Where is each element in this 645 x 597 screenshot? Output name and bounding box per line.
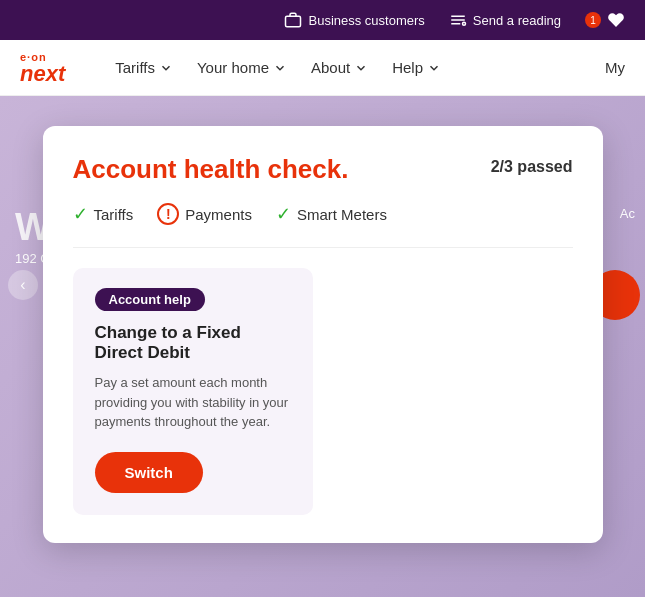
check-tariffs-label: Tariffs bbox=[94, 206, 134, 223]
send-reading-link[interactable]: Send a reading bbox=[449, 11, 561, 29]
check-pass-icon-2: ✓ bbox=[276, 203, 291, 225]
nav-help[interactable]: Help bbox=[382, 53, 451, 82]
modal-passed-label: 2/3 passed bbox=[491, 154, 573, 176]
modal-checks: ✓ Tariffs ! Payments ✓ Smart Meters bbox=[73, 203, 573, 225]
top-bar: Business customers Send a reading 1 bbox=[0, 0, 645, 40]
nav-about[interactable]: About bbox=[301, 53, 378, 82]
check-warn-icon: ! bbox=[157, 203, 179, 225]
modal-overlay: Account health check. 2/3 passed ✓ Tarif… bbox=[0, 96, 645, 597]
notifications-button[interactable]: 1 bbox=[585, 11, 625, 29]
notification-badge: 1 bbox=[585, 12, 601, 28]
check-payments-label: Payments bbox=[185, 206, 252, 223]
account-help-card: Account help Change to a Fixed Direct De… bbox=[73, 268, 313, 515]
nav-my[interactable]: My bbox=[605, 59, 625, 76]
modal-title: Account health check. bbox=[73, 154, 349, 185]
svg-point-1 bbox=[462, 22, 465, 25]
nav-bar: e·on next Tariffs Your home About Help M… bbox=[0, 40, 645, 96]
business-customers-label: Business customers bbox=[308, 13, 424, 28]
svg-rect-0 bbox=[286, 16, 301, 27]
modal-divider bbox=[73, 247, 573, 248]
check-pass-icon: ✓ bbox=[73, 203, 88, 225]
business-customers-link[interactable]: Business customers bbox=[284, 11, 424, 29]
send-reading-label: Send a reading bbox=[473, 13, 561, 28]
nav-your-home[interactable]: Your home bbox=[187, 53, 297, 82]
nav-tariffs[interactable]: Tariffs bbox=[105, 53, 183, 82]
check-payments: ! Payments bbox=[157, 203, 252, 225]
card-title: Change to a Fixed Direct Debit bbox=[95, 323, 291, 363]
eon-next-logo[interactable]: e·on next bbox=[20, 51, 65, 85]
heart-icon bbox=[607, 11, 625, 29]
check-smart-meters: ✓ Smart Meters bbox=[276, 203, 387, 225]
chevron-down-icon bbox=[354, 61, 368, 75]
modal-header: Account health check. 2/3 passed bbox=[73, 154, 573, 185]
check-tariffs: ✓ Tariffs bbox=[73, 203, 134, 225]
next-text: next bbox=[20, 63, 65, 85]
card-description: Pay a set amount each month providing yo… bbox=[95, 373, 291, 432]
chevron-down-icon bbox=[273, 61, 287, 75]
briefcase-icon bbox=[284, 11, 302, 29]
chevron-down-icon bbox=[427, 61, 441, 75]
nav-items: Tariffs Your home About Help bbox=[105, 53, 605, 82]
meter-icon bbox=[449, 11, 467, 29]
health-check-modal: Account health check. 2/3 passed ✓ Tarif… bbox=[43, 126, 603, 543]
card-badge: Account help bbox=[95, 288, 205, 311]
chevron-down-icon bbox=[159, 61, 173, 75]
check-smart-meters-label: Smart Meters bbox=[297, 206, 387, 223]
switch-button[interactable]: Switch bbox=[95, 452, 203, 493]
